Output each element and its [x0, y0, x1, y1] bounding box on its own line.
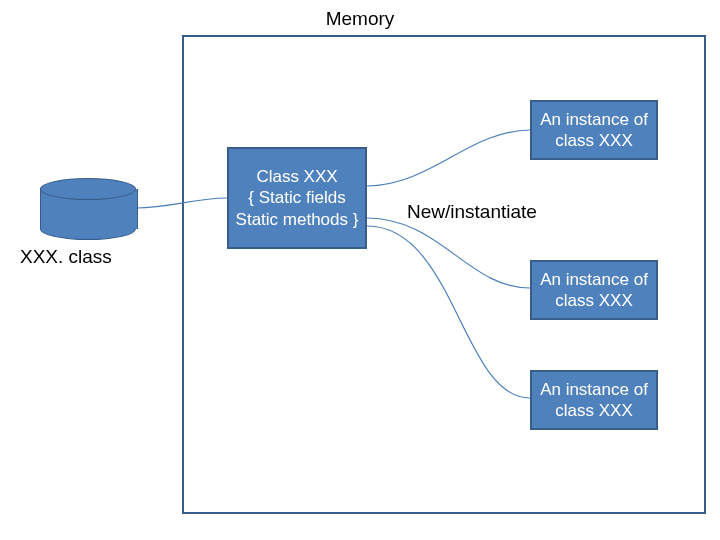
instance-box-2: An instance of class XXX	[530, 260, 658, 320]
instance-3-text: An instance of class XXX	[532, 379, 656, 422]
class-definition-box: Class XXX { Static fields Static methods…	[227, 147, 367, 249]
class-file-label: XXX. class	[20, 246, 112, 268]
instance-2-text: An instance of class XXX	[532, 269, 656, 312]
class-file-cylinder	[40, 178, 136, 240]
class-box-line3: Static methods }	[231, 209, 363, 230]
class-box-line1: Class XXX	[231, 166, 363, 187]
instance-1-text: An instance of class XXX	[532, 109, 656, 152]
diagram-canvas: Memory XXX. class Class XXX { Static fie…	[0, 0, 720, 540]
instance-box-1: An instance of class XXX	[530, 100, 658, 160]
memory-title: Memory	[0, 8, 720, 30]
cylinder-top	[40, 178, 136, 200]
class-box-line2: { Static fields	[231, 187, 363, 208]
instance-box-3: An instance of class XXX	[530, 370, 658, 430]
instantiate-label: New/instantiate	[407, 201, 537, 223]
